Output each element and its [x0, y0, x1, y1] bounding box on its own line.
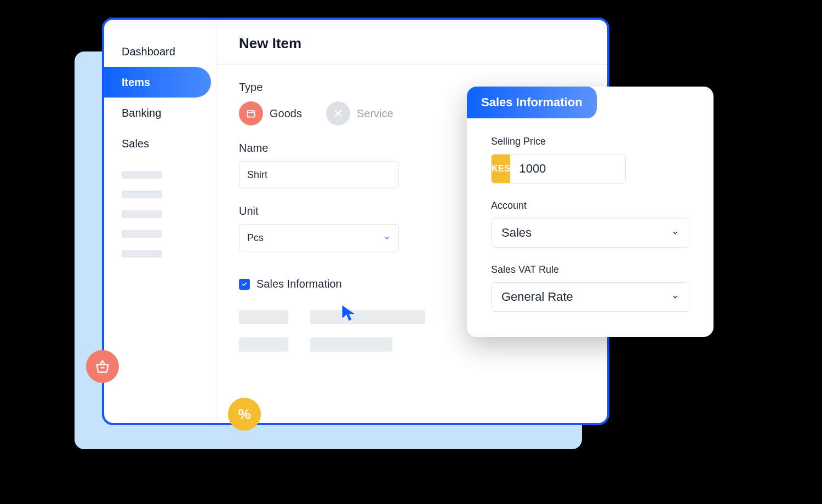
sidebar-item-dashboard[interactable]: Dashboard	[104, 36, 211, 67]
chevron-down-icon	[671, 229, 679, 237]
chevron-down-icon	[671, 293, 679, 301]
sidebar-skeleton	[122, 250, 162, 257]
placeholder-row	[239, 337, 585, 352]
selling-price-field: KES	[491, 154, 626, 184]
page-title: New Item	[239, 35, 585, 64]
type-option-service[interactable]: Service	[326, 101, 393, 125]
basket-icon	[95, 359, 110, 374]
type-option-label: Goods	[270, 107, 302, 120]
unit-select-value: Pcs	[247, 232, 264, 244]
unit-select[interactable]: Pcs	[239, 224, 399, 251]
sidebar-item-sales[interactable]: Sales	[104, 128, 211, 159]
vat-rule-select-value: General Rate	[501, 290, 573, 304]
selling-price-input[interactable]	[510, 154, 626, 183]
cursor-icon	[340, 303, 359, 323]
svg-rect-0	[247, 111, 254, 117]
sales-info-checkbox-label: Sales Information	[256, 278, 342, 290]
sales-info-tab: Sales Information	[467, 87, 597, 118]
account-select-value: Sales	[501, 226, 532, 240]
sidebar: Dashboard Items Banking Sales	[104, 20, 217, 423]
skeleton-block	[310, 310, 425, 324]
skeleton-block	[239, 310, 288, 324]
sidebar-skeleton	[122, 191, 162, 198]
sidebar-item-items[interactable]: Items	[104, 67, 211, 98]
selling-price-label: Selling Price	[491, 136, 689, 147]
skeleton-block	[310, 337, 392, 352]
divider	[217, 64, 607, 65]
basket-badge	[86, 350, 119, 383]
vat-rule-label: Sales VAT Rule	[491, 264, 689, 276]
type-option-label: Service	[357, 107, 393, 120]
percent-badge: %	[228, 398, 261, 431]
type-option-goods[interactable]: Goods	[239, 101, 302, 125]
vat-rule-select[interactable]: General Rate	[491, 282, 689, 312]
account-label: Account	[491, 200, 689, 211]
checkbox-checked-icon	[239, 279, 250, 290]
sales-info-card: Sales Information Selling Price KES Acco…	[467, 87, 713, 337]
skeleton-block	[239, 337, 288, 352]
sidebar-item-label: Banking	[122, 107, 161, 119]
sales-info-title: Sales Information	[481, 95, 583, 110]
sidebar-skeleton	[122, 210, 162, 218]
sidebar-skeleton	[122, 230, 162, 238]
sidebar-item-label: Sales	[122, 138, 149, 150]
box-icon	[239, 101, 263, 125]
currency-prefix: KES	[492, 154, 510, 183]
sidebar-skeleton	[122, 171, 162, 179]
sidebar-item-label: Items	[122, 76, 150, 89]
tools-icon	[326, 101, 350, 125]
chevron-down-icon	[383, 234, 391, 242]
sidebar-item-banking[interactable]: Banking	[104, 98, 211, 128]
name-input[interactable]	[239, 161, 399, 188]
sidebar-item-label: Dashboard	[122, 45, 175, 58]
account-select[interactable]: Sales	[491, 218, 689, 248]
percent-icon: %	[238, 406, 250, 423]
